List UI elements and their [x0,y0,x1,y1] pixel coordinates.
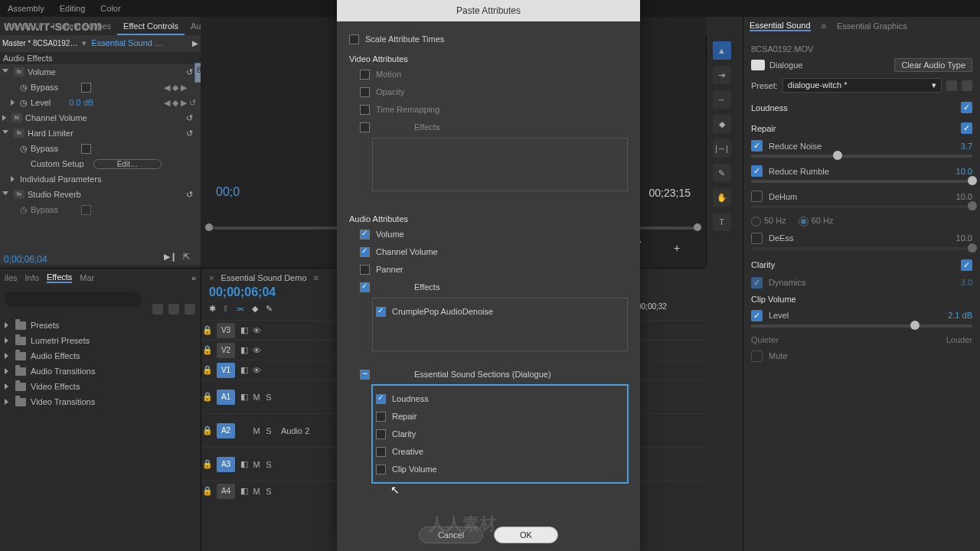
overflow-icon[interactable]: » [191,273,196,282]
disclosure-icon[interactable] [2,130,8,137]
play-icon[interactable]: ▶❙ [164,252,177,262]
fx-badge-icon[interactable]: fx [14,67,24,77]
fx-volume[interactable]: Volume [28,67,56,77]
selection-tool-icon[interactable]: ▲ [713,41,731,60]
deess-value[interactable]: 10.0 [956,233,972,243]
sequence-name[interactable]: Essential Sound Demo [221,273,307,282]
tree-item-video-trans[interactable]: Video Transitions [5,394,196,409]
eye-icon[interactable]: 👁 [250,366,263,375]
reduce-rumble-checkbox[interactable] [751,165,763,177]
eye-icon[interactable]: 👁 [250,346,263,355]
linked-sel-icon[interactable]: ⫘ [236,304,244,314]
tab-effects[interactable]: Effects [47,272,72,283]
solo-icon[interactable]: S [263,460,275,469]
stopwatch-icon[interactable]: ◷ [20,98,28,108]
mute-checkbox[interactable] [751,350,763,362]
disclosure-icon[interactable] [2,115,6,121]
disclosure-icon[interactable] [11,99,15,106]
type-tool-icon[interactable]: T [713,213,731,231]
dehum-slider[interactable] [751,205,972,208]
fx-badge-icon[interactable]: fx [11,113,22,122]
level-slider[interactable] [751,324,972,328]
bypass-checkbox[interactable] [81,144,91,154]
hand-tool-icon[interactable]: ✋ [713,188,731,207]
track-select-icon[interactable]: ⇥ [713,66,731,84]
seq-link[interactable]: Essential Sound … [91,38,163,47]
section-loudness[interactable]: Loudness [751,103,788,112]
filter-icon-2[interactable] [168,304,179,315]
tree-item-lumetri[interactable]: Lumetri Presets [5,333,196,348]
ess-clarity-checkbox[interactable] [376,429,386,439]
bypass-checkbox[interactable] [81,83,91,93]
stopwatch-icon[interactable]: ◷ [20,83,28,93]
level-checkbox[interactable] [751,310,763,321]
disclosure-icon[interactable] [11,176,15,182]
razor-tool-icon[interactable]: ◆ [713,115,731,133]
fx-hard-limiter[interactable]: Hard Limiter [28,129,74,138]
audio-effects-checkbox[interactable] [360,282,370,292]
clarity-toggle[interactable] [961,259,972,271]
tab-effect-controls[interactable]: Effect Controls [117,17,185,35]
bypass-checkbox[interactable] [81,205,91,215]
toggle-output-icon[interactable]: ◧ [238,392,250,402]
track-a3[interactable]: A3 [217,457,235,472]
lock-icon[interactable]: 🔒 [201,392,214,402]
program-tc-left[interactable]: 00;0 [216,185,240,199]
toggle-output-icon[interactable]: ◧ [238,486,250,496]
add-icon[interactable]: + [674,242,680,254]
fx-badge-icon[interactable]: fx [14,190,24,199]
ec-timecode[interactable]: 0;00;06;04 [4,254,47,265]
mute-icon[interactable]: M [250,487,263,496]
scale-times-checkbox[interactable] [349,34,359,44]
fx-badge-icon[interactable]: fx [14,129,24,138]
reduce-noise-value[interactable]: 3.7 [961,142,972,151]
lock-icon[interactable]: 🔒 [201,425,214,435]
fx-studio-reverb[interactable]: Studio Reverb [28,190,81,199]
lock-icon[interactable]: 🔒 [201,365,214,375]
lock-icon[interactable]: 🔒 [201,325,214,335]
track-v1[interactable]: V1 [217,363,235,378]
tab-essential-graphics[interactable]: Essential Graphics [837,21,907,31]
radio-50hz[interactable] [751,217,761,227]
delete-preset-icon[interactable] [962,80,972,91]
opacity-checkbox[interactable] [360,87,370,97]
time-remap-checkbox[interactable] [360,105,370,115]
mute-icon[interactable]: M [250,426,263,435]
track-a4[interactable]: A4 [217,484,235,499]
preset-dropdown[interactable]: dialogue-witch *▾ [782,78,942,93]
track-a2[interactable]: A2 [217,423,235,439]
ess-sections-checkbox[interactable] [360,370,370,380]
toggle-output-icon[interactable]: ◧ [238,325,250,335]
tab-info[interactable]: Info [25,273,39,282]
video-effects-listbox[interactable] [372,138,628,191]
toggle-output-icon[interactable]: ◧ [238,459,250,469]
dehum-checkbox[interactable] [751,191,763,202]
repair-toggle[interactable] [961,122,972,134]
crumplepop-checkbox[interactable] [376,307,386,317]
filter-icon-1[interactable] [152,304,163,315]
dynamics-checkbox[interactable] [751,277,763,289]
eye-icon[interactable]: 👁 [250,326,263,335]
lock-icon[interactable]: 🔒 [201,345,214,355]
stopwatch-icon[interactable]: ◷ [20,144,28,154]
video-effects-checkbox[interactable] [360,122,370,132]
reduce-rumble-slider[interactable] [751,180,972,183]
pen-tool-icon[interactable]: ✎ [713,164,731,182]
clear-audio-type-button[interactable]: Clear Audio Type [894,58,972,72]
dehum-value[interactable]: 10.0 [956,192,972,201]
section-repair[interactable]: Repair [751,124,776,133]
tree-item-audio-effects[interactable]: Audio Effects [5,348,196,364]
disclosure-icon[interactable] [2,191,8,198]
reduce-noise-checkbox[interactable] [751,140,763,152]
menu-assembly[interactable]: Assembly [8,4,44,13]
solo-icon[interactable]: S [263,393,275,402]
ess-repair-checkbox[interactable] [376,412,386,422]
lock-icon[interactable]: 🔒 [201,486,214,496]
ripple-edit-icon[interactable]: ↔ [713,90,731,109]
edit-button[interactable]: Edit… [93,159,162,169]
channel-volume-checkbox[interactable] [360,247,370,257]
marker-icon[interactable]: ◆ [252,304,258,314]
tree-item-video-effects[interactable]: Video Effects [5,379,196,394]
tab-essential-sound[interactable]: Essential Sound [750,21,811,31]
radio-60hz[interactable] [799,217,808,227]
